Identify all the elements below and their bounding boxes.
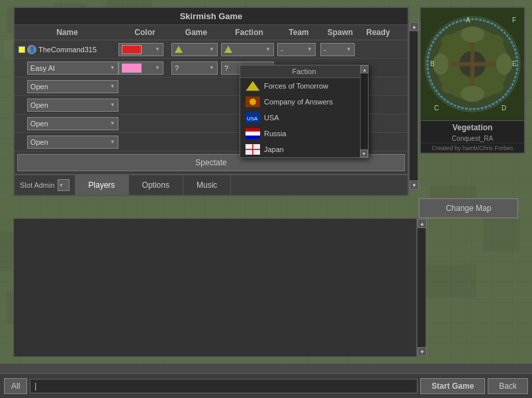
ai-game-cell: ? ▼ xyxy=(171,61,221,75)
color-dropdown[interactable]: ▼ xyxy=(118,43,163,56)
usa-icon: USA xyxy=(245,112,260,123)
ai-game-arrow-icon: ▼ xyxy=(209,65,214,71)
player-avatar: 👤 xyxy=(27,45,36,54)
faction-dropdown-row1[interactable]: ▼ xyxy=(221,43,274,56)
faction-item-usa[interactable]: USA USA xyxy=(240,110,368,126)
dropdown-scroll-up[interactable]: ▲ xyxy=(361,65,369,73)
ai-color-swatch xyxy=(122,63,142,73)
color-swatch xyxy=(122,45,142,54)
slot-admin-dropdown[interactable]: ▼ xyxy=(58,179,69,191)
svg-text:B: B xyxy=(430,60,435,67)
team-arrow-icon: ▼ xyxy=(307,46,312,52)
dropdown-scrollbar: ▲ ▼ xyxy=(360,65,368,157)
faction-triangle-icon xyxy=(224,46,232,53)
open-arrow-5: ▼ xyxy=(110,120,115,126)
open-name-cell-5: Open ▼ xyxy=(16,117,118,130)
open-arrow-6: ▼ xyxy=(110,139,115,145)
coa-label: Company of Answers xyxy=(264,98,333,106)
russia-icon xyxy=(245,128,260,139)
content-scroll-up[interactable]: ▲ xyxy=(418,219,427,228)
back-button[interactable]: Back xyxy=(488,378,528,394)
player-indicator xyxy=(19,46,25,53)
scroll-up-button[interactable]: ▲ xyxy=(410,22,419,31)
ai-game-value: ? xyxy=(175,64,179,72)
main-scrollbar: ▲ ▼ xyxy=(409,21,418,190)
faction-item-fot[interactable]: Forces of Tomorrow xyxy=(240,78,368,94)
all-button[interactable]: All xyxy=(4,378,27,394)
open-text-6: Open xyxy=(30,138,48,146)
column-headers: Name Color Game Faction Team Spawn Ready xyxy=(15,25,408,40)
tab-music[interactable]: Music xyxy=(183,175,231,195)
ai-name-cell: Easy AI ▼ xyxy=(16,61,118,75)
ai-game-dropdown[interactable]: ? ▼ xyxy=(171,61,218,75)
game-cell: ▼ xyxy=(171,43,221,56)
svg-rect-42 xyxy=(245,128,260,132)
open-text-4: Open xyxy=(30,101,48,109)
tab-options[interactable]: Options xyxy=(129,175,183,195)
usa-label: USA xyxy=(264,114,279,122)
start-game-button[interactable]: Start Game xyxy=(420,378,485,394)
faction-dropdown-header: Faction xyxy=(240,65,368,78)
game-arrow-icon: ▼ xyxy=(209,46,214,52)
open-text-3: Open xyxy=(30,83,48,91)
svg-rect-9 xyxy=(423,264,476,298)
svg-rect-44 xyxy=(245,136,260,139)
russia-label: Russia xyxy=(264,130,287,138)
spawn-value: - xyxy=(324,46,326,54)
ai-faction-value: ? xyxy=(224,64,228,72)
faction-item-russia[interactable]: Russia xyxy=(240,126,368,141)
dropdown-scroll-down[interactable]: ▼ xyxy=(360,149,368,157)
svg-marker-37 xyxy=(246,81,259,91)
tab-players[interactable]: Players xyxy=(75,175,129,195)
team-dropdown[interactable]: - ▼ xyxy=(277,43,316,56)
color-cell: ▼ xyxy=(118,43,171,56)
japan-label: Japan xyxy=(264,145,284,153)
bottom-bar: All Start Game Back xyxy=(0,373,532,398)
svg-text:E: E xyxy=(512,60,517,67)
map-title: Vegetation xyxy=(421,120,524,134)
faction-item-japan[interactable]: Japan xyxy=(240,141,368,157)
coa-icon xyxy=(245,97,260,107)
chat-input[interactable] xyxy=(30,379,418,393)
svg-point-39 xyxy=(249,99,256,105)
svg-point-27 xyxy=(441,34,460,48)
ai-color-dropdown[interactable]: ▼ xyxy=(118,61,163,75)
faction-item-coa[interactable]: Company of Answers xyxy=(240,94,368,110)
content-scroll-track xyxy=(418,228,425,348)
ai-color-cell: ▼ xyxy=(118,61,171,75)
game-dropdown[interactable]: ▼ xyxy=(171,43,218,56)
open-arrow-3: ▼ xyxy=(110,83,115,89)
open-name-cell-4: Open ▼ xyxy=(16,99,118,112)
title-text: Skirmish Game xyxy=(180,11,243,21)
open-dropdown-5[interactable]: Open ▼ xyxy=(27,117,118,130)
col-header-name: Name xyxy=(16,28,118,37)
open-dropdown-4[interactable]: Open ▼ xyxy=(27,99,118,112)
ai-name-dropdown[interactable]: Easy AI ▼ xyxy=(27,61,118,75)
ai-color-arrow-icon: ▼ xyxy=(155,65,160,71)
ai-name-text: Easy AI xyxy=(30,64,55,72)
map-svg: A F B E C D xyxy=(421,8,524,120)
open-dropdown-3[interactable]: Open ▼ xyxy=(27,80,118,93)
open-text-5: Open xyxy=(30,120,48,128)
open-name-cell-3: Open ▼ xyxy=(16,80,118,93)
col-header-game: Game xyxy=(171,28,221,37)
svg-point-25 xyxy=(433,54,449,75)
svg-text:A: A xyxy=(466,17,470,24)
table-row: 👤 TheCommand315 ▼ ▼ ▼ xyxy=(15,40,408,59)
spawn-dropdown[interactable]: - ▼ xyxy=(320,43,355,56)
map-author: Created by hamb/Chris Forbes xyxy=(421,143,524,153)
fot-icon xyxy=(245,81,260,91)
col-header-team: Team xyxy=(277,28,320,37)
team-value: - xyxy=(281,46,283,54)
scroll-down-button[interactable]: ▼ xyxy=(410,180,419,190)
svg-text:USA: USA xyxy=(247,116,258,122)
content-scroll-down[interactable]: ▼ xyxy=(418,347,427,356)
change-map-button[interactable]: Change Map xyxy=(419,198,518,218)
col-header-spawn: Spawn xyxy=(320,28,360,37)
spawn-arrow-icon: ▼ xyxy=(346,46,351,52)
svg-point-28 xyxy=(485,34,504,48)
svg-point-30 xyxy=(485,81,504,94)
open-dropdown-6[interactable]: Open ▼ xyxy=(27,136,118,149)
slot-admin-text: Slot Admin xyxy=(20,181,55,189)
spawn-cell: - ▼ xyxy=(320,43,360,56)
